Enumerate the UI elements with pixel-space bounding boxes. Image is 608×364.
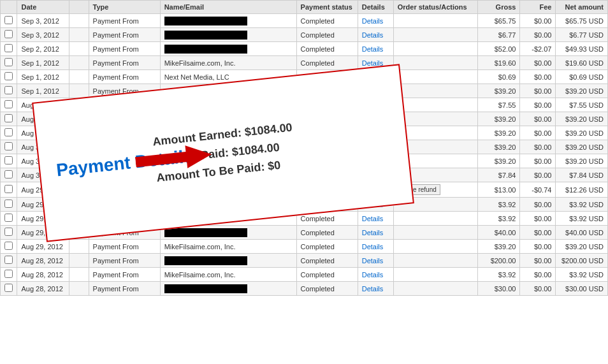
table-row: Aug 30, 2012Payment FromCompletedDetails… [1, 154, 608, 168]
row-checkbox[interactable] [4, 44, 13, 52]
row-checkbox-cell [1, 112, 17, 126]
row-status: Completed [296, 254, 358, 268]
row-fee: $0.00 [520, 112, 556, 126]
row-gross: $7.55 [478, 98, 520, 112]
row-checkbox[interactable] [4, 228, 13, 236]
details-link[interactable]: Details [362, 115, 384, 123]
details-link[interactable]: Details [362, 143, 384, 151]
row-type: Payment From [89, 198, 160, 212]
row-type: Payment From [89, 168, 160, 182]
row-checkbox[interactable] [4, 284, 13, 292]
details-link[interactable]: Details [362, 87, 384, 95]
details-link[interactable]: Details [362, 101, 384, 109]
table-row: Aug 29, 2012Payment FromMikeFilsaime.com… [1, 212, 608, 226]
row-date: Sep 3, 2012 [17, 14, 69, 28]
issue-refund-button[interactable]: Issue refund [398, 184, 440, 195]
col-header-date: Date [17, 1, 69, 14]
row-net: $19.60 USD [556, 56, 608, 70]
row-name [160, 28, 296, 42]
row-arrow [69, 112, 89, 126]
row-arrow [69, 240, 89, 254]
details-link[interactable]: Details [362, 215, 384, 222]
row-checkbox[interactable] [4, 256, 13, 264]
redacted-name [164, 186, 247, 194]
row-net: $200.00 USD [556, 254, 608, 268]
table-row: Aug 31, 2012Payment FromCompletedDetails… [1, 112, 608, 126]
row-checkbox-cell [1, 254, 17, 268]
row-checkbox[interactable] [4, 142, 13, 150]
row-checkbox[interactable] [4, 185, 13, 193]
details-link[interactable]: Details [362, 31, 384, 39]
table-row: Sep 3, 2012Payment FromCompletedDetails$… [1, 28, 608, 42]
row-checkbox[interactable] [4, 86, 13, 94]
row-order-cell [393, 112, 477, 126]
row-arrow [69, 98, 89, 112]
row-checkbox[interactable] [4, 114, 13, 122]
row-checkbox-cell [1, 168, 17, 182]
details-link[interactable]: Details [362, 257, 384, 265]
row-checkbox-cell [1, 198, 17, 212]
col-header-arrow [69, 1, 89, 14]
row-type: Payment From [89, 254, 160, 268]
row-details-cell: Details [358, 168, 393, 182]
row-fee: $0.00 [520, 140, 556, 154]
row-status: Completed [296, 268, 358, 282]
row-status: Completed [296, 14, 358, 28]
redacted-name-sm [164, 143, 222, 152]
details-link[interactable]: Details [362, 45, 384, 53]
row-checkbox[interactable] [4, 30, 13, 38]
row-order-cell [393, 84, 477, 98]
row-order-cell [393, 212, 477, 226]
details-link[interactable]: Details [362, 271, 384, 279]
row-details-cell: Details [358, 56, 393, 70]
row-net: $3.92 USD [556, 268, 608, 282]
details-link[interactable]: Details [362, 73, 384, 81]
row-status: Completed [296, 154, 358, 168]
row-checkbox-cell [1, 28, 17, 42]
row-checkbox[interactable] [4, 100, 13, 108]
col-header-status: Payment status [296, 1, 358, 14]
details-link[interactable]: Details [362, 59, 384, 67]
details-link[interactable]: Details [362, 243, 384, 251]
row-name: MikeFilsaime.com, Inc. [160, 212, 296, 226]
row-date: Aug 29, 2012 [17, 182, 69, 198]
row-arrow [69, 70, 89, 84]
row-checkbox[interactable] [4, 214, 13, 222]
row-arrow [69, 182, 89, 198]
table-row: Aug 29, 2012Payment FromMikeFilsaime.com… [1, 240, 608, 254]
details-link[interactable]: Details [362, 17, 384, 25]
details-link[interactable]: Details [362, 285, 384, 293]
row-gross: $3.92 [478, 268, 520, 282]
details-link[interactable]: Details [362, 157, 384, 165]
row-fee: -$0.74 [520, 182, 556, 198]
row-checkbox[interactable] [4, 16, 13, 24]
redacted-name [164, 17, 247, 25]
row-gross: $6.77 [478, 28, 520, 42]
details-link[interactable]: Details [362, 201, 384, 208]
row-status: Completed [296, 140, 358, 154]
row-order-cell [393, 140, 477, 154]
row-details-cell: Details [358, 70, 393, 84]
row-status: Completed [296, 168, 358, 182]
row-fee: $0.00 [520, 212, 556, 226]
details-link[interactable]: Details [362, 129, 384, 137]
row-checkbox[interactable] [4, 128, 13, 136]
row-checkbox[interactable] [4, 156, 13, 164]
row-fee: $0.00 [520, 70, 556, 84]
row-checkbox[interactable] [4, 242, 13, 250]
row-checkbox[interactable] [4, 270, 13, 278]
details-link[interactable]: Details [362, 186, 384, 194]
row-checkbox[interactable] [4, 170, 13, 178]
row-gross: $3.92 [478, 198, 520, 212]
details-link[interactable]: Details [362, 171, 384, 179]
row-date: Aug 30, 2012 [17, 168, 69, 182]
row-status: Completed [296, 42, 358, 56]
row-name [160, 126, 296, 140]
transactions-table: Date Type Name/Email Payment status Deta… [0, 0, 608, 296]
table-row: Aug 28, 2012Payment FromCompletedDetails… [1, 282, 608, 296]
row-checkbox[interactable] [4, 72, 13, 80]
row-checkbox[interactable] [4, 58, 13, 66]
details-link[interactable]: Details [362, 229, 384, 237]
row-checkbox[interactable] [4, 200, 13, 208]
row-gross: $39.20 [478, 140, 520, 154]
